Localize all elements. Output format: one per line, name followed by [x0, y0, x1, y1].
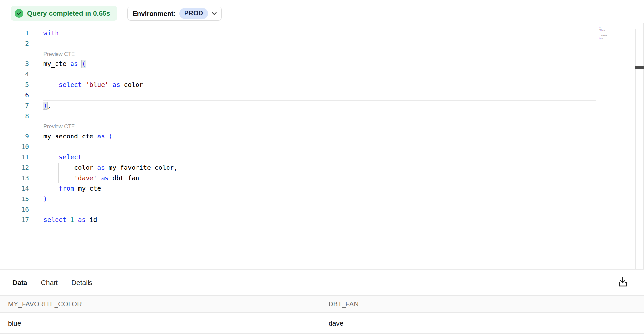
- code-token: ): [43, 102, 47, 109]
- table-cell: dave: [329, 319, 644, 327]
- code-line[interactable]: 13 'dave' as dbt_fan: [0, 173, 599, 183]
- line-number: 9: [0, 131, 29, 142]
- code-line[interactable]: 12 color as my_favorite_color,: [0, 163, 599, 173]
- panel-edge-line: [643, 23, 644, 269]
- preview-cte-label[interactable]: Preview CTE: [43, 121, 75, 131]
- check-circle-icon: [15, 9, 23, 18]
- tab-details[interactable]: Details: [68, 270, 96, 295]
- code-line[interactable]: 2: [0, 39, 599, 49]
- table-cell: blue: [0, 319, 329, 327]
- panel-resize-divider[interactable]: [0, 269, 644, 270]
- code-token: ): [43, 195, 47, 203]
- code-editor[interactable]: 1with2Preview CTE3my_cte as (45 select '…: [0, 28, 599, 225]
- code-token: as: [97, 164, 105, 171]
- code-token: 'blue': [86, 81, 108, 88]
- code-token: color: [43, 164, 97, 171]
- code-line[interactable]: 8: [0, 111, 599, 121]
- line-number: 2: [0, 39, 29, 49]
- code-token: select: [59, 81, 82, 88]
- line-number: 15: [0, 194, 29, 204]
- code-token: [105, 133, 109, 140]
- code-token: (: [109, 133, 113, 140]
- code-token: with: [600, 27, 601, 28]
- results-tab-bar: DataChartDetails: [9, 270, 103, 295]
- code-token: color: [120, 81, 143, 88]
- chevron-down-icon: [212, 12, 217, 15]
- results-table: MY_FAVORITE_COLORDBT_FAN bluedave: [0, 296, 644, 334]
- code-token: 'dave': [74, 174, 97, 182]
- code-line[interactable]: 11 select: [0, 152, 599, 163]
- code-token: from: [59, 185, 74, 192]
- code-token: my_second_cte: [600, 34, 603, 34]
- code-token: select: [59, 153, 82, 161]
- code-token: ,: [47, 102, 51, 109]
- code-token: ): [600, 37, 600, 38]
- environment-label: Environment:: [133, 10, 176, 18]
- code-token: my_second_cte: [43, 133, 97, 140]
- preview-cte-row: Preview CTE: [0, 49, 599, 59]
- line-number: 10: [0, 142, 29, 152]
- code-token: select: [43, 216, 66, 224]
- code-token: [109, 81, 113, 88]
- code-token: [43, 81, 59, 88]
- code-line[interactable]: 3my_cte as (: [0, 59, 599, 69]
- code-token: (: [603, 34, 604, 34]
- line-number: 8: [0, 111, 29, 121]
- line-number: 1: [0, 28, 29, 39]
- code-token: as: [70, 60, 78, 68]
- scroll-handle[interactable]: [635, 66, 644, 69]
- download-results-button[interactable]: [615, 274, 630, 289]
- code-line[interactable]: 7),: [0, 101, 599, 111]
- environment-value-badge: PROD: [179, 8, 208, 19]
- minimap-content: 1with2Preview CTE3my_cte as (45 select '…: [599, 27, 618, 39]
- minimap[interactable]: 1with2Preview CTE3my_cte as (45 select '…: [599, 27, 621, 45]
- preview-cte-label[interactable]: Preview CTE: [43, 49, 75, 59]
- code-token: [43, 185, 59, 192]
- line-number: 13: [0, 173, 29, 183]
- code-token: (: [602, 29, 602, 30]
- code-token: [43, 153, 59, 161]
- code-line[interactable]: 16: [0, 204, 599, 215]
- line-number: 16: [0, 204, 29, 215]
- code-token: (: [82, 60, 86, 68]
- code-token: [74, 216, 78, 224]
- code-token: [66, 216, 70, 224]
- code-line[interactable]: 4: [0, 69, 599, 80]
- code-token: id: [86, 216, 97, 224]
- line-number: 3: [0, 59, 29, 69]
- code-token: with: [43, 29, 59, 37]
- code-token: my_favorite_color,: [105, 164, 178, 171]
- column-header: DBT_FAN: [329, 300, 644, 308]
- code-line[interactable]: 1with: [0, 28, 599, 39]
- code-line[interactable]: 17select 1 as id: [0, 215, 599, 225]
- column-header: MY_FAVORITE_COLOR: [0, 300, 329, 308]
- code-token: my_cte: [74, 185, 101, 192]
- code-line[interactable]: 6: [0, 90, 599, 101]
- code-token: as: [78, 216, 86, 224]
- code-token: dbt_fan: [109, 174, 139, 182]
- line-number: 17: [0, 215, 29, 225]
- line-number: 12: [0, 163, 29, 173]
- code-line[interactable]: 14 from my_cte: [0, 183, 599, 194]
- code-line[interactable]: 9my_second_cte as (: [0, 131, 599, 142]
- code-token: [97, 174, 101, 182]
- code-token: as: [97, 133, 105, 140]
- download-icon: [617, 276, 628, 288]
- code-line[interactable]: 10: [0, 142, 599, 152]
- table-body: bluedave: [0, 313, 644, 334]
- code-token: [82, 81, 86, 88]
- editor-scrollbar-track: [635, 29, 636, 269]
- line-number: 11: [0, 152, 29, 163]
- code-token: 1: [70, 216, 74, 224]
- query-status-badge: Query completed in 0.65s: [11, 6, 117, 21]
- tab-chart[interactable]: Chart: [38, 270, 61, 295]
- code-token: as: [101, 174, 108, 182]
- table-row: bluedave: [0, 313, 644, 334]
- code-line[interactable]: 5 select 'blue' as color: [0, 80, 599, 90]
- code-line[interactable]: 17select 1 as id: [599, 38, 618, 39]
- code-token: color: [604, 30, 605, 31]
- environment-selector[interactable]: Environment: PROD: [127, 7, 222, 21]
- query-status-label: Query completed in 0.65s: [27, 9, 110, 17]
- tab-data[interactable]: Data: [9, 270, 31, 295]
- code-line[interactable]: 15): [0, 194, 599, 204]
